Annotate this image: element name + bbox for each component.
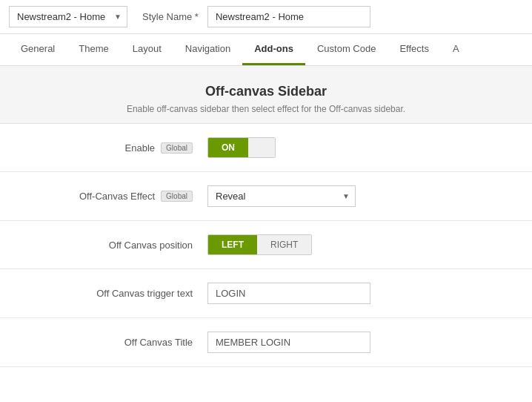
position-left-button[interactable]: LEFT	[208, 235, 257, 254]
offcanvas-position-label: Off Canvas position	[15, 240, 207, 251]
offcanvas-effect-global-badge: Global	[161, 191, 193, 202]
offcanvas-title-row: Off Canvas Title	[0, 318, 532, 367]
position-toggle: LEFT RIGHT	[207, 234, 312, 255]
content-area: Off-canvas Sidebar Enable off-canvas sid…	[0, 66, 532, 367]
form-section: Enable Global ON Off-Canvas Effect Globa…	[0, 124, 532, 367]
tab-theme[interactable]: Theme	[67, 34, 120, 65]
tab-navigation[interactable]: Navigation	[173, 34, 242, 65]
enable-row: Enable Global ON	[0, 124, 532, 172]
style-name-input[interactable]	[207, 6, 370, 27]
style-select-wrapper: Newstream2 - Home ▼	[9, 6, 127, 27]
offcanvas-title-input[interactable]	[207, 332, 370, 353]
section-title: Off-canvas Sidebar	[15, 84, 517, 99]
offcanvas-effect-control: Reveal Push Slide ▼	[207, 185, 517, 207]
section-subtitle: Enable off-canvas sidebar then select ef…	[15, 104, 517, 114]
tab-effects[interactable]: Effects	[388, 34, 441, 65]
trigger-text-label: Off Canvas trigger text	[15, 288, 207, 299]
enable-off-button[interactable]	[248, 138, 275, 157]
offcanvas-title-label: Off Canvas Title	[15, 337, 207, 348]
enable-global-badge: Global	[161, 142, 193, 154]
offcanvas-title-control	[207, 332, 517, 353]
enable-control: ON	[207, 137, 517, 158]
trigger-text-row: Off Canvas trigger text	[0, 269, 532, 318]
offcanvas-position-control: LEFT RIGHT	[207, 234, 517, 255]
nav-tabs: General Theme Layout Navigation Add-ons …	[0, 34, 532, 66]
offcanvas-effect-row: Off-Canvas Effect Global Reveal Push Sli…	[0, 172, 532, 221]
offcanvas-effect-dropdown-wrapper: Reveal Push Slide ▼	[207, 185, 356, 207]
offcanvas-effect-select[interactable]: Reveal Push Slide	[207, 185, 356, 207]
tab-customcode[interactable]: Custom Code	[305, 34, 388, 65]
offcanvas-effect-label: Off-Canvas Effect Global	[15, 191, 207, 202]
tab-addons[interactable]: Add-ons	[242, 34, 305, 65]
enable-label: Enable Global	[15, 142, 207, 154]
style-select[interactable]: Newstream2 - Home	[9, 6, 127, 27]
enable-toggle: ON	[207, 137, 276, 158]
section-header: Off-canvas Sidebar Enable off-canvas sid…	[0, 66, 532, 124]
offcanvas-position-row: Off Canvas position LEFT RIGHT	[0, 221, 532, 269]
style-name-label: Style Name *	[142, 11, 199, 22]
tab-layout[interactable]: Layout	[121, 34, 173, 65]
tab-more[interactable]: A	[441, 34, 471, 65]
trigger-text-control	[207, 283, 517, 304]
position-right-button[interactable]: RIGHT	[257, 235, 311, 254]
enable-on-button[interactable]: ON	[208, 138, 248, 157]
tab-general[interactable]: General	[9, 34, 67, 65]
trigger-text-input[interactable]	[207, 283, 370, 304]
top-bar: Newstream2 - Home ▼ Style Name *	[0, 0, 532, 34]
